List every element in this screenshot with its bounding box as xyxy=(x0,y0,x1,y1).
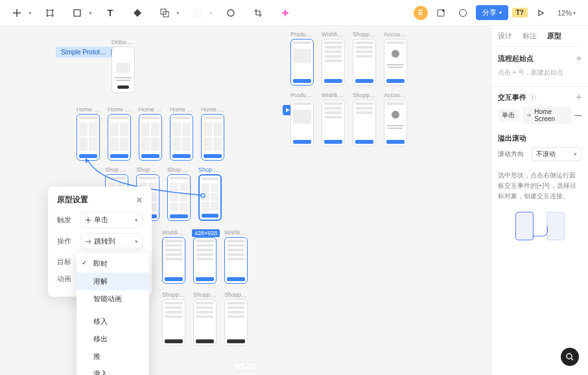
frame-tool[interactable] xyxy=(41,4,59,22)
frame-label[interactable]: Shoppin… xyxy=(353,31,376,38)
frame-shop-selected[interactable] xyxy=(198,174,222,221)
frame-shopping[interactable] xyxy=(193,299,217,346)
frame-label[interactable]: Home S… xyxy=(108,106,131,113)
dropdown-item-smart[interactable]: 智能动画 xyxy=(76,290,149,308)
search-fab[interactable] xyxy=(561,348,579,366)
frame-label[interactable]: Shoppin… xyxy=(224,291,248,298)
action-label: 操作 xyxy=(57,236,75,246)
play-icon[interactable] xyxy=(532,4,550,22)
frame-label[interactable]: Account … xyxy=(384,31,407,38)
frame-shopping[interactable] xyxy=(224,299,248,346)
frame-home[interactable] xyxy=(108,114,131,161)
flow-start-title: 流程起始点 xyxy=(498,54,534,63)
dropdown-item-move-out[interactable]: 移出 xyxy=(76,330,149,348)
frame-label[interactable]: Onboar… xyxy=(112,39,135,45)
frame-label[interactable]: Home S… xyxy=(201,106,224,113)
frame-home[interactable] xyxy=(139,114,162,161)
frame-label[interactable]: Wishlist … xyxy=(224,229,248,236)
boolean-tool[interactable] xyxy=(156,4,174,22)
frame-label[interactable]: Product … xyxy=(290,92,314,98)
interaction-trigger-pill[interactable]: 单击 xyxy=(498,109,519,122)
design-canvas[interactable]: Simple Protot… Onboar… Product … Wishlis… xyxy=(0,26,491,375)
add-flow-start-button[interactable]: + xyxy=(576,53,582,63)
frame-shopping[interactable] xyxy=(353,100,376,146)
frame-label[interactable]: Home S… xyxy=(170,106,193,113)
frame-label[interactable]: Shoppin… xyxy=(193,291,217,298)
frame-home[interactable] xyxy=(201,114,224,161)
frame-onboarding[interactable] xyxy=(112,47,135,93)
frame-label[interactable]: Wishlist … xyxy=(162,229,185,236)
frame-label[interactable]: Wishlist … xyxy=(322,31,345,38)
share-button[interactable]: 分享▾ xyxy=(476,5,508,20)
frame-label[interactable]: Wishlist … xyxy=(322,92,345,98)
add-tool[interactable] xyxy=(8,4,26,22)
interaction-title: 交互事件 xyxy=(498,93,526,102)
dropdown-item-move-in[interactable]: 移入 xyxy=(76,313,149,330)
bottom-panel-handle[interactable]: ⌃ xyxy=(0,362,491,371)
crop-tool[interactable] xyxy=(249,4,267,22)
frame-account[interactable] xyxy=(384,100,407,146)
frame-account[interactable] xyxy=(384,39,407,85)
frame-wishlist[interactable] xyxy=(162,237,185,284)
tab-prototype[interactable]: 原型 xyxy=(547,31,561,41)
frame-shopping[interactable] xyxy=(162,299,185,346)
frame-product[interactable] xyxy=(290,100,314,146)
shape-tool[interactable] xyxy=(68,4,86,22)
frame-label[interactable]: Shop Sc… xyxy=(198,166,222,173)
close-icon[interactable]: ✕ xyxy=(136,196,143,205)
dropdown-item-instant[interactable]: 即时 xyxy=(76,255,149,273)
frame-wishlist[interactable] xyxy=(322,39,345,85)
ai-tool[interactable] xyxy=(276,4,294,22)
dropdown-item-push[interactable]: 推 xyxy=(76,348,149,365)
pen-tool[interactable] xyxy=(189,4,207,22)
chevron-down-icon[interactable]: ▾ xyxy=(176,10,180,16)
navigate-icon xyxy=(85,238,91,245)
frame-label[interactable]: Shop Sc… xyxy=(167,166,191,173)
main-toolbar: ▾ ▾ T ▾ ▾ E 分享▾ T? 12%▾ xyxy=(0,0,588,26)
frame-home[interactable] xyxy=(76,114,100,161)
navigate-icon xyxy=(526,112,532,119)
text-tool[interactable]: T xyxy=(101,4,119,22)
chevron-down-icon[interactable]: ▾ xyxy=(209,10,213,16)
help-icon[interactable] xyxy=(454,4,472,22)
chevron-down-icon[interactable]: ▾ xyxy=(89,10,92,16)
library-icon[interactable] xyxy=(432,4,450,22)
frame-label[interactable]: Shoppin… xyxy=(353,92,376,98)
frame-label[interactable]: Shop Sc… xyxy=(105,166,128,173)
dropdown-item-dissolve[interactable]: 溶解 xyxy=(76,273,149,290)
frame-label[interactable]: Shop Sc… xyxy=(136,166,159,173)
frame-label[interactable]: Home S… xyxy=(139,106,162,113)
remove-interaction-button[interactable] xyxy=(575,115,582,116)
chevron-down-icon[interactable]: ▾ xyxy=(29,10,32,16)
component-tool[interactable] xyxy=(128,4,147,22)
target-label: 目标 xyxy=(57,257,75,267)
scroll-direction-select[interactable]: 不滚动▾ xyxy=(532,147,582,161)
frame-shop[interactable] xyxy=(167,174,191,221)
dropdown-item-slide-in[interactable]: 滑入 xyxy=(76,365,149,375)
frame-shopping[interactable] xyxy=(353,39,376,85)
trial-badge[interactable]: T? xyxy=(512,8,528,17)
frame-home[interactable] xyxy=(170,114,193,161)
trigger-select[interactable]: 单击 ▾ xyxy=(80,212,143,228)
animation-label: 动画 xyxy=(57,274,75,284)
frame-label[interactable]: Account … xyxy=(384,92,407,98)
tab-annotate[interactable]: 标注 xyxy=(523,31,537,41)
frame-label[interactable]: Home S… xyxy=(76,106,100,113)
frame-label[interactable]: Shoppin… xyxy=(162,291,185,298)
circle-tool[interactable] xyxy=(222,4,240,22)
action-select[interactable]: 跳转到 ▾ xyxy=(80,233,143,249)
tab-design[interactable]: 设计 xyxy=(498,31,512,41)
info-icon[interactable]: i xyxy=(529,94,536,101)
interaction-target-pill[interactable]: Home Screen xyxy=(523,106,571,124)
frame-product[interactable] xyxy=(290,39,314,85)
svg-point-4 xyxy=(228,10,234,16)
zoom-control[interactable]: 12%▾ xyxy=(554,9,580,17)
frame-wishlist[interactable] xyxy=(322,100,345,146)
animation-dropdown: 即时 溶解 智能动画 移入 移出 推 滑入 滑出 xyxy=(76,253,149,375)
user-avatar[interactable]: E xyxy=(414,6,428,20)
frame-label[interactable]: Product … xyxy=(290,31,314,38)
svg-rect-3 xyxy=(194,10,201,16)
frame-wishlist[interactable] xyxy=(193,237,217,284)
frame-wishlist[interactable] xyxy=(224,237,248,284)
add-interaction-button[interactable]: + xyxy=(576,92,582,102)
